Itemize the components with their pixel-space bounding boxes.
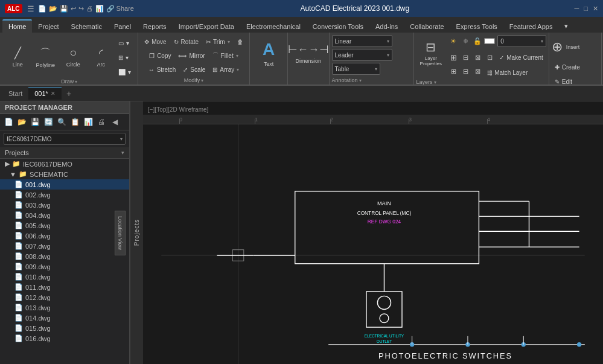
print-icon[interactable]: 🖨 <box>86 5 93 12</box>
layer-name-dropdown[interactable]: 0 ▾ <box>497 35 546 47</box>
tree-004dwg[interactable]: 📄 004.dwg <box>0 210 129 220</box>
tree-006dwg[interactable]: 📄 006.dwg <box>0 231 129 241</box>
layer-properties-button[interactable]: ⊟ LayerProperties <box>416 35 446 71</box>
tab-electromechanical[interactable]: Electromechanical <box>240 21 307 33</box>
layer-icon3c[interactable]: ⊠ <box>472 66 483 77</box>
pm-chart-btn[interactable]: 📊 <box>82 116 94 128</box>
tab-panel[interactable]: Panel <box>108 21 137 33</box>
arc-button[interactable]: ◜ Arc <box>88 39 114 75</box>
scale-button[interactable]: ⤢ Scale <box>180 63 208 76</box>
rotate-button[interactable]: ↻ Rotate <box>171 35 202 48</box>
linear-dropdown[interactable]: Linear ▾ <box>332 35 392 47</box>
pm-print-btn[interactable]: 🖨 <box>95 116 107 128</box>
line-button[interactable]: ╱ Line <box>4 39 31 75</box>
redo-icon[interactable]: ↪ <box>78 5 84 13</box>
tab-import-export[interactable]: Import/Export Data <box>173 21 240 33</box>
pm-open-btn[interactable]: 📂 <box>16 116 28 128</box>
trim-button[interactable]: ✂ Trim ▾ <box>203 35 233 48</box>
minimize-btn[interactable]: ─ <box>575 5 579 12</box>
layer-icon3a[interactable]: ⊞ <box>448 66 459 77</box>
canvas-area[interactable]: [−][Top][2D Wireframe] 0 1 2 3 4 <box>143 101 603 364</box>
tab-conversion[interactable]: Conversion Tools <box>307 21 369 33</box>
tree-010dwg[interactable]: 📄 010.dwg <box>0 272 129 282</box>
create-button[interactable]: ✚ Create <box>552 60 599 74</box>
undo-icon[interactable]: ↩ <box>71 5 76 13</box>
tab-reports[interactable]: Reports <box>137 21 173 33</box>
layer-state-icon[interactable]: ☀ <box>448 36 459 46</box>
layer-color-icon[interactable] <box>484 36 495 46</box>
tree-schematic[interactable]: ▼ 📁 SCHEMATIC <box>0 169 129 179</box>
tree-001dwg[interactable]: 📄 001.dwg <box>0 179 129 190</box>
close-btn[interactable]: ✕ <box>593 5 598 13</box>
match-layer-button[interactable]: ⇶ Match Layer <box>484 66 531 79</box>
edit-button[interactable]: ✎ Edit <box>552 75 599 86</box>
new-icon[interactable]: 📄 <box>38 5 46 13</box>
tree-003dwg[interactable]: 📄 003.dwg <box>0 200 129 210</box>
location-view-tab[interactable]: Location View <box>115 211 126 255</box>
fillet-button[interactable]: ⌒ Fillet ▾ <box>209 49 241 62</box>
tree-002dwg[interactable]: 📄 002.dwg <box>0 190 129 200</box>
menu-icon[interactable]: ☰ <box>27 4 34 13</box>
tab-schematic[interactable]: Schematic <box>65 21 108 33</box>
tree-013dwg[interactable]: 📄 013.dwg <box>0 302 129 313</box>
tree-014dwg[interactable]: 📄 014.dwg <box>0 313 129 323</box>
layer-icon2d[interactable]: ⊡ <box>484 52 495 63</box>
dimension-button[interactable]: ⊢←→⊣ Dimension <box>292 35 325 71</box>
tree-009dwg[interactable]: 📄 009.dwg <box>0 261 129 272</box>
polyline-button[interactable]: ⌒ Polyline <box>32 39 59 75</box>
modify-group-label[interactable]: Modify ▾ <box>184 77 204 83</box>
copy-button[interactable]: ❐ Copy <box>146 49 174 62</box>
tab-featured[interactable]: Featured Apps <box>503 21 559 33</box>
pm-search-btn[interactable]: 🔍 <box>56 116 68 128</box>
layer-icon2a[interactable]: ⊞ <box>448 52 459 63</box>
layer-icon2b[interactable]: ⊟ <box>460 52 471 63</box>
insert-button[interactable]: ⊕ Insert <box>552 35 594 59</box>
pm-save-btn[interactable]: 💾 <box>29 116 41 128</box>
layer-freeze-icon[interactable]: ❄ <box>460 36 471 46</box>
tree-012dwg[interactable]: 📄 012.dwg <box>0 292 129 302</box>
leader-dropdown[interactable]: Leader ▾ <box>332 49 392 61</box>
add-tab-button[interactable]: + <box>62 86 76 101</box>
pm-back-btn[interactable]: ◀ <box>109 116 121 128</box>
plot-icon[interactable]: 📊 <box>95 5 104 13</box>
project-select-dropdown[interactable]: IEC60617DEMO ▾ <box>4 133 126 145</box>
tab-express[interactable]: Express Tools <box>450 21 503 33</box>
open-icon[interactable]: 📂 <box>49 5 57 13</box>
tree-005dwg[interactable]: 📄 005.dwg <box>0 220 129 231</box>
tab-collaborate[interactable]: Collaborate <box>404 21 450 33</box>
pm-refresh-btn[interactable]: 🔄 <box>42 116 54 128</box>
tree-007dwg[interactable]: 📄 007.dwg <box>0 241 129 251</box>
move-button[interactable]: ✥ Move <box>141 35 169 48</box>
make-current-button[interactable]: ✓ Make Current <box>496 51 546 64</box>
maximize-btn[interactable]: □ <box>584 5 588 12</box>
tree-iec60617demo[interactable]: ▶ 📁 IEC60617DEMO <box>0 159 129 169</box>
tree-011dwg[interactable]: 📄 011.dwg <box>0 282 129 292</box>
mirror-button[interactable]: ⟺ Mirror <box>175 49 208 62</box>
rectangle-button[interactable]: ▭▾ <box>115 36 134 49</box>
layers-group-label[interactable]: Layers ▾ <box>416 79 546 85</box>
tab-more[interactable]: ▾ <box>558 20 574 33</box>
share-btn[interactable]: 🔗 Share <box>106 5 134 13</box>
layer-icon3b[interactable]: ⊟ <box>460 66 471 77</box>
pm-new-btn[interactable]: 📄 <box>2 116 14 128</box>
text-button[interactable]: A Text <box>254 35 284 71</box>
circle-button[interactable]: ○ Circle <box>60 39 86 75</box>
gradient-button[interactable]: ⬜▾ <box>115 65 134 78</box>
save-icon[interactable]: 💾 <box>60 5 68 13</box>
doc-tab-start[interactable]: Start <box>2 88 28 100</box>
tab-addins[interactable]: Add-ins <box>369 21 404 33</box>
layer-icon2c[interactable]: ⊠ <box>472 52 483 63</box>
table-dropdown[interactable]: Table ▾ <box>332 63 380 75</box>
tree-016dwg[interactable]: 📄 016.dwg <box>0 333 129 343</box>
annotation-group-label[interactable]: Annotation ▾ <box>332 77 411 83</box>
layer-lock-icon[interactable]: 🔓 <box>472 36 483 46</box>
projects-vertical-tab[interactable]: Projects <box>130 101 143 364</box>
stretch-button[interactable]: ↔ Stretch <box>145 63 179 76</box>
tab-home[interactable]: Home <box>2 19 32 33</box>
hatch-button[interactable]: ⊞▾ <box>115 51 134 64</box>
001-tab-close[interactable]: ✕ <box>51 91 56 97</box>
draw-group-label[interactable]: Draw ▾ <box>61 78 77 85</box>
array-button[interactable]: ⊞ Array ▾ <box>209 63 242 76</box>
erase-button[interactable]: 🗑 <box>234 35 246 48</box>
projects-tree-arrow[interactable]: ▾ <box>121 150 124 156</box>
